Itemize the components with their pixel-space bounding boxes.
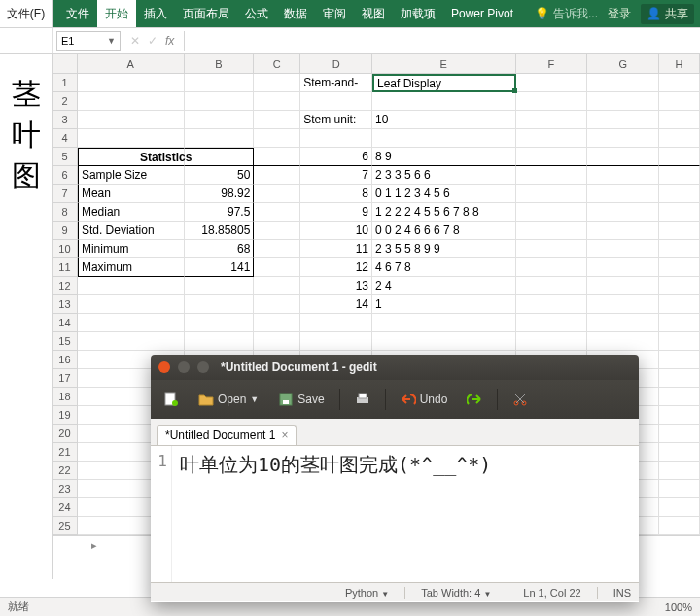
cell[interactable]: 13 [300, 277, 372, 295]
chevron-down-icon[interactable]: ▼ [250, 394, 259, 404]
tab-view[interactable]: 视图 [354, 0, 393, 27]
row-header[interactable]: 18 [52, 388, 78, 406]
cell[interactable] [659, 166, 700, 185]
cell[interactable] [587, 258, 659, 277]
cell[interactable] [659, 185, 700, 203]
cell[interactable] [659, 129, 700, 148]
cell[interactable] [185, 314, 255, 332]
insert-mode[interactable]: INS [613, 587, 631, 599]
cell[interactable] [587, 277, 659, 295]
cell[interactable] [254, 166, 300, 185]
row-header[interactable]: 15 [52, 332, 78, 351]
row-header[interactable]: 9 [52, 222, 78, 240]
cell[interactable] [659, 222, 700, 240]
cell[interactable] [587, 111, 659, 129]
cell[interactable] [516, 258, 588, 277]
cell[interactable]: Std. Deviation [78, 222, 185, 240]
cell[interactable] [516, 129, 588, 148]
cell[interactable]: Mean [78, 185, 185, 203]
tab-insert[interactable]: 插入 [136, 0, 175, 27]
cell[interactable] [185, 92, 255, 111]
cell[interactable] [372, 129, 516, 148]
cell[interactable] [587, 166, 659, 185]
name-box[interactable]: E1 ▼ [56, 31, 121, 51]
cell[interactable] [659, 74, 700, 92]
cell[interactable] [254, 258, 300, 277]
cell[interactable]: 97.5 [185, 203, 255, 222]
row-header[interactable]: 7 [52, 185, 78, 203]
col-header-D[interactable]: D [300, 54, 372, 73]
cell[interactable] [254, 92, 300, 111]
cell[interactable] [300, 314, 372, 332]
row-header[interactable]: 12 [52, 277, 78, 295]
cell[interactable] [254, 277, 300, 295]
cell[interactable]: 18.85805 [185, 222, 255, 240]
cell[interactable] [659, 258, 700, 277]
cell[interactable] [516, 222, 588, 240]
cell[interactable] [254, 185, 300, 203]
cell[interactable]: 6 [300, 148, 372, 166]
cell[interactable] [254, 332, 300, 351]
cell[interactable] [587, 295, 659, 314]
cell[interactable] [659, 443, 700, 462]
row-header[interactable]: 17 [52, 369, 78, 388]
open-button[interactable]: Open ▼ [193, 389, 263, 410]
cell[interactable] [659, 480, 700, 498]
cell[interactable] [254, 111, 300, 129]
maximize-icon[interactable] [197, 361, 209, 373]
cell[interactable] [659, 369, 700, 388]
cell[interactable]: 141 [185, 258, 255, 277]
cell[interactable] [254, 314, 300, 332]
formula-input[interactable] [184, 31, 700, 51]
row-header[interactable]: 3 [52, 111, 78, 129]
row-header[interactable]: 8 [52, 203, 78, 222]
tab-data[interactable]: 数据 [276, 0, 315, 27]
cell[interactable]: 8 9 [372, 148, 516, 166]
cell[interactable] [659, 148, 700, 166]
cell[interactable] [659, 498, 700, 517]
cell[interactable] [587, 240, 659, 258]
col-header-E[interactable]: E [372, 54, 516, 73]
col-header-G[interactable]: G [587, 54, 659, 73]
row-header[interactable]: 21 [52, 443, 78, 462]
cell[interactable] [587, 314, 659, 332]
cell[interactable] [78, 74, 185, 92]
tab-file[interactable]: 文件 [58, 0, 97, 27]
tab-home[interactable]: 开始 [97, 0, 136, 27]
cell[interactable] [254, 74, 300, 92]
cell[interactable]: 0 0 2 4 6 6 6 7 8 [372, 222, 516, 240]
cell[interactable]: Median [78, 203, 185, 222]
cell[interactable]: 11 [300, 240, 372, 258]
cell[interactable]: Maximum [78, 258, 185, 277]
cell[interactable]: 14 [300, 295, 372, 314]
cell[interactable] [254, 222, 300, 240]
cell[interactable]: Statistics [78, 148, 185, 166]
cell[interactable] [300, 92, 372, 111]
cell[interactable] [659, 517, 700, 535]
cell[interactable]: Leaf Display [372, 74, 516, 92]
cell[interactable] [78, 92, 185, 111]
cell[interactable] [516, 240, 588, 258]
cell[interactable] [587, 222, 659, 240]
cell[interactable] [659, 388, 700, 406]
cell[interactable]: 12 [300, 258, 372, 277]
cell[interactable] [659, 111, 700, 129]
cell[interactable] [587, 185, 659, 203]
cell[interactable]: 10 [300, 222, 372, 240]
cell[interactable]: 50 [185, 166, 255, 185]
cell[interactable] [78, 111, 185, 129]
col-header-C[interactable]: C [254, 54, 300, 73]
cell[interactable] [185, 295, 255, 314]
row-header[interactable]: 6 [52, 166, 78, 185]
cell[interactable] [659, 277, 700, 295]
cell[interactable]: 1 2 2 2 4 5 5 6 7 8 8 [372, 203, 516, 222]
cell[interactable]: Sample Size [78, 166, 185, 185]
cell[interactable] [254, 129, 300, 148]
editor-text[interactable]: 叶单位为10的茎叶图完成(*^__^*) [172, 446, 639, 582]
cell[interactable] [254, 240, 300, 258]
cell[interactable] [78, 314, 185, 332]
cell[interactable] [300, 332, 372, 351]
tab-formula[interactable]: 公式 [237, 0, 276, 27]
cell[interactable] [185, 74, 255, 92]
gedit-titlebar[interactable]: *Untitled Document 1 - gedit [151, 355, 639, 380]
